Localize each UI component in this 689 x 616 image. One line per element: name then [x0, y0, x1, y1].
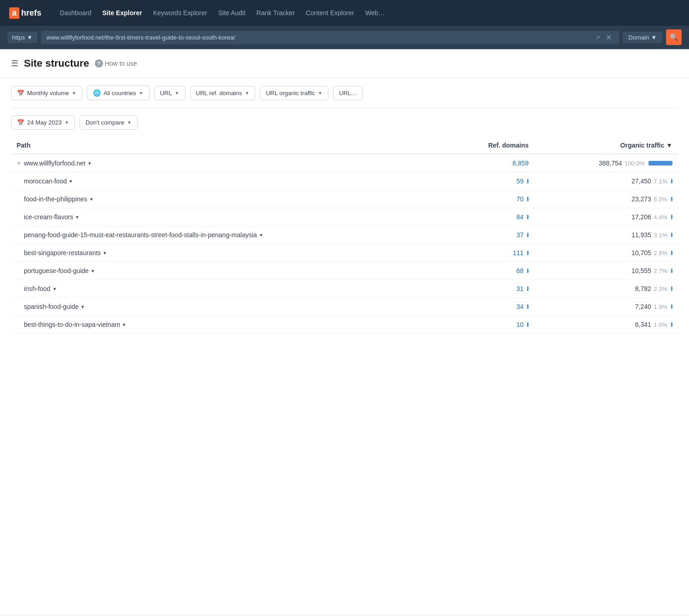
nav-dashboard[interactable]: Dashboard [60, 7, 92, 18]
ref-domains-bar [527, 197, 528, 201]
ref-domains-bar [527, 179, 528, 183]
traffic-percent: 1.6% [652, 321, 667, 328]
path-dropdown-trigger[interactable]: ▾ [76, 214, 79, 220]
traffic-percent: 1.9% [652, 303, 667, 310]
date-label: 24 May 2023 [27, 119, 62, 126]
path-name[interactable]: best-things-to-do-in-sapa-vietnam [24, 321, 120, 328]
organic-traffic-value: 6,341 [635, 321, 651, 328]
organic-traffic-cell: 11,935 3.1% [534, 226, 678, 244]
url-more-filter[interactable]: URL… [333, 86, 363, 100]
ref-domains-value[interactable]: 59 [517, 177, 524, 185]
traffic-percent: 2.7% [652, 268, 667, 274]
table-container: Path Ref. domains Organic traffic ▼ ▼www… [0, 137, 689, 345]
mode-selector[interactable]: Domain ▼ [623, 32, 662, 43]
help-circle-icon: ? [95, 59, 103, 68]
hamburger-icon[interactable]: ☰ [11, 58, 18, 68]
path-name[interactable]: spanish-food-guide [24, 303, 79, 310]
collapse-icon[interactable]: ▼ [17, 161, 21, 166]
traffic-bar [671, 268, 672, 273]
protocol-selector[interactable]: https ▼ [7, 32, 37, 43]
path-name[interactable]: www.willflyforfood.net [24, 160, 86, 167]
path-dropdown-trigger[interactable]: ▾ [103, 250, 106, 256]
url-filter-chevron: ▼ [175, 91, 179, 96]
path-dropdown-trigger[interactable]: ▾ [92, 268, 94, 274]
path-name[interactable]: irish-food [24, 285, 51, 292]
ref-domains-cell: 84 [447, 208, 534, 226]
traffic-bar [671, 304, 672, 309]
compare-label: Don't compare [86, 119, 124, 126]
path-name[interactable]: moroccan-food [24, 177, 67, 185]
path-cell: ice-cream-flavors ▾ [11, 208, 447, 226]
table-row: best-singapore-restaurants ▾11110,705 2.… [11, 244, 678, 262]
nav-rank-tracker[interactable]: Rank Tracker [257, 7, 295, 18]
countries-label: All countries [103, 90, 136, 97]
organic-traffic-value: 23,273 [632, 195, 651, 203]
logo[interactable]: a hrefs [9, 7, 41, 19]
external-link-icon[interactable]: ↗ [595, 34, 600, 41]
table-row: food-in-the-philippines ▾7023,273 6.0% [11, 190, 678, 208]
url-organic-traffic-filter[interactable]: URL organic traffic ▼ [260, 86, 328, 100]
path-name[interactable]: food-in-the-philippines [24, 195, 87, 203]
path-name[interactable]: portuguese-food-guide [24, 267, 89, 274]
nav-site-explorer[interactable]: Site Explorer [103, 7, 142, 18]
monthly-volume-filter[interactable]: 📅 Monthly volume ▼ [11, 86, 82, 100]
table-header-row: Path Ref. domains Organic traffic ▼ [11, 137, 678, 154]
clear-url-icon[interactable]: ✕ [604, 33, 614, 42]
ref-domains-value[interactable]: 84 [517, 213, 524, 221]
ref-domains-value[interactable]: 31 [517, 285, 524, 292]
ref-domains-value[interactable]: 111 [513, 249, 523, 257]
ref-domains-cell: 37 [447, 226, 534, 244]
path-name[interactable]: best-singapore-restaurants [24, 249, 101, 257]
path-dropdown-trigger[interactable]: ▾ [260, 232, 263, 238]
ref-domains-value[interactable]: 37 [517, 231, 524, 239]
ref-domains-value[interactable]: 70 [517, 195, 524, 203]
filters-bar: 📅 Monthly volume ▼ 🌐 All countries ▼ URL… [0, 78, 689, 108]
nav-web[interactable]: Web… [365, 7, 385, 18]
path-dropdown-trigger[interactable]: ▾ [88, 160, 91, 166]
how-to-use-link[interactable]: ? How to use [95, 59, 137, 68]
how-to-use-label: How to use [105, 60, 137, 67]
url-text: www.willflyforfood.net/the-first-timers-… [46, 34, 591, 41]
ref-domains-value[interactable]: 34 [517, 303, 524, 310]
url-ref-domains-filter[interactable]: URL ref. domains ▼ [190, 86, 256, 100]
path-dropdown-trigger[interactable]: ▾ [69, 178, 72, 184]
traffic-bar [671, 322, 672, 327]
organic-traffic-cell: 10,705 2.8% [534, 244, 678, 262]
path-dropdown-trigger[interactable]: ▾ [123, 322, 126, 328]
organic-traffic-cell: 27,450 7.1% [534, 172, 678, 190]
ref-domains-cell: 34 [447, 298, 534, 316]
path-cell: irish-food ▾ [11, 280, 447, 298]
nav-keywords-explorer[interactable]: Keywords Explorer [153, 7, 207, 18]
compare-picker[interactable]: Don't compare ▼ [80, 115, 138, 130]
path-dropdown-trigger[interactable]: ▾ [81, 304, 84, 310]
countries-filter[interactable]: 🌐 All countries ▼ [87, 86, 149, 100]
path-name[interactable]: ice-cream-flavors [24, 213, 73, 221]
url-filter-label: URL [160, 90, 172, 97]
ref-domains-cell: 8,859 [447, 154, 534, 172]
ref-domains-bar [527, 251, 528, 255]
search-button[interactable]: 🔍 [666, 29, 682, 45]
nav-site-audit[interactable]: Site Audit [218, 7, 245, 18]
path-name[interactable]: penang-food-guide-15-must-eat-restaurant… [24, 231, 257, 239]
path-dropdown-trigger[interactable]: ▾ [90, 196, 93, 202]
organic-traffic-value: 27,450 [632, 177, 651, 185]
url-input-container[interactable]: www.willflyforfood.net/the-first-timers-… [41, 31, 619, 44]
path-dropdown-trigger[interactable]: ▾ [53, 286, 56, 292]
countries-chevron: ▼ [139, 91, 144, 96]
path-cell: ▼www.willflyforfood.net ▾ [11, 154, 447, 172]
ref-domains-value[interactable]: 68 [517, 267, 524, 274]
ref-domains-bar [527, 233, 528, 237]
url-ref-domains-chevron: ▼ [245, 91, 249, 96]
ref-domains-value[interactable]: 8,859 [512, 160, 528, 167]
traffic-bar [671, 233, 672, 237]
ref-domains-value[interactable]: 10 [517, 321, 524, 328]
traffic-bar [671, 215, 672, 219]
table-row: moroccan-food ▾5927,450 7.1% [11, 172, 678, 190]
date-picker[interactable]: 📅 24 May 2023 ▼ [11, 115, 75, 130]
organic-traffic-column-header: Organic traffic ▼ [534, 137, 678, 154]
nav-content-explorer[interactable]: Content Explorer [306, 7, 354, 18]
path-cell: portuguese-food-guide ▾ [11, 262, 447, 280]
url-filter[interactable]: URL ▼ [154, 86, 185, 100]
protocol-chevron: ▼ [27, 34, 33, 41]
path-cell: penang-food-guide-15-must-eat-restaurant… [11, 226, 447, 244]
